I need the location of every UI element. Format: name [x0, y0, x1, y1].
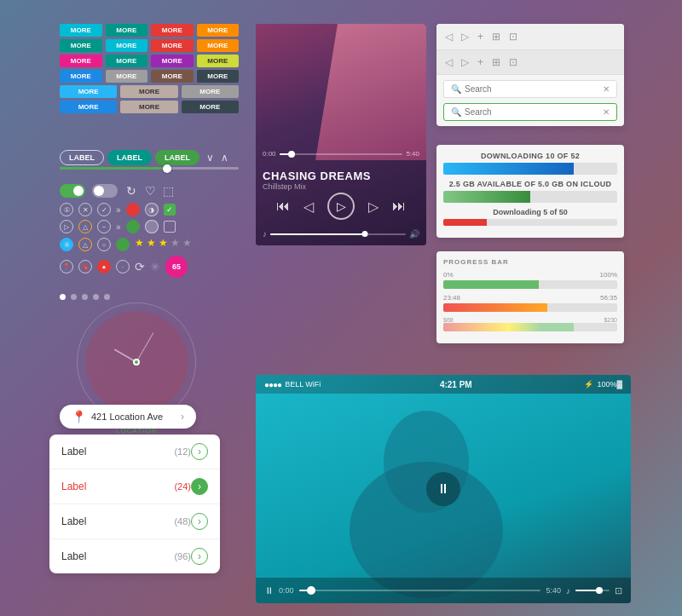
- dot-1[interactable]: [60, 294, 66, 300]
- checkbox-checked[interactable]: ✓: [164, 204, 176, 216]
- triangle-warn[interactable]: △: [78, 238, 92, 251]
- more-btn-4-2[interactable]: MORE: [106, 70, 148, 83]
- search-clear-1[interactable]: ✕: [603, 84, 610, 94]
- more-btn-3-3[interactable]: MORE: [151, 55, 194, 67]
- list-item-1-arrow[interactable]: ›: [191, 443, 208, 460]
- slider-track[interactable]: [60, 167, 239, 170]
- music-progress-track[interactable]: [280, 153, 403, 155]
- album-play-pause[interactable]: ⏸: [426, 472, 460, 506]
- more-btn-2-3[interactable]: MORE: [151, 39, 194, 52]
- play-button-browser[interactable]: ▷: [459, 29, 471, 44]
- circle-ring[interactable]: ○: [97, 238, 111, 251]
- refresh-icon[interactable]: ↻: [126, 184, 136, 198]
- album-vol-track[interactable]: [575, 590, 610, 591]
- more-btn-6-1[interactable]: MORE: [60, 101, 117, 113]
- misc-row: 📍 🔖 ● · ⟳ ✳ 65: [60, 256, 239, 278]
- dot-2[interactable]: [71, 294, 77, 300]
- next-button[interactable]: ⏭: [392, 199, 406, 214]
- list-item-2[interactable]: Label (24) ›: [49, 469, 220, 504]
- more-btn-6-2[interactable]: MORE: [120, 101, 177, 113]
- more-btn-1-2[interactable]: MORE: [106, 24, 148, 37]
- more-btn-2-4[interactable]: MORE: [197, 39, 240, 52]
- more-btn-4-4[interactable]: MORE: [197, 70, 240, 83]
- circle-blue[interactable]: ④: [60, 238, 73, 251]
- circle-check[interactable]: ✓: [97, 203, 111, 216]
- circle-filled[interactable]: [126, 203, 140, 216]
- more-btn-5-1[interactable]: MORE: [60, 85, 117, 98]
- more-btn-3-2[interactable]: MORE: [106, 55, 148, 67]
- more-btn-6-3[interactable]: MORE: [182, 101, 239, 113]
- list-item-3-count: (48): [174, 516, 191, 527]
- volume-track[interactable]: [270, 233, 406, 235]
- more-btn-2-2[interactable]: MORE: [106, 39, 148, 52]
- heart-icon[interactable]: ♡: [145, 184, 156, 198]
- circle-half[interactable]: ◑: [145, 203, 159, 216]
- dot-5[interactable]: [104, 294, 110, 300]
- more-btn-5-3[interactable]: MORE: [182, 85, 239, 98]
- browser-toolbar-1: ◁ ▷ + ⊞ ⊡: [436, 24, 624, 50]
- chat-icon[interactable]: ⬚: [163, 184, 174, 198]
- more-btn-3-4[interactable]: MORE: [197, 55, 240, 67]
- icons-section: ↻ ♡ ⬚ ① ✕ ✓ » ◑ ✓ ▷ △ − » ④ △ ○ ★ ★ ★ ★ …: [60, 184, 239, 283]
- circle-empty[interactable]: [145, 220, 159, 233]
- location-pin[interactable]: 📍 421 Location Ave ›: [60, 405, 196, 429]
- more-btn-1-4[interactable]: MORE: [197, 24, 240, 37]
- list-item-3[interactable]: Label (48) ›: [49, 504, 220, 539]
- circle-x[interactable]: ✕: [78, 203, 92, 216]
- album-pause-btn[interactable]: ⏸: [264, 585, 274, 596]
- toggle-off[interactable]: [92, 184, 118, 198]
- checkbox-unchecked[interactable]: [164, 221, 176, 233]
- play-button-2[interactable]: ▷: [459, 55, 471, 70]
- list-item-4-label: Label: [61, 550, 170, 562]
- album-progress-track[interactable]: [299, 590, 541, 591]
- prev-button[interactable]: ⏮: [276, 199, 290, 214]
- search-input-2[interactable]: [465, 107, 599, 117]
- play-button[interactable]: ▷: [327, 193, 355, 220]
- search-input-1[interactable]: [465, 84, 599, 94]
- tag-icon[interactable]: 🔖: [78, 260, 92, 273]
- button-row-3: MORE MORE MORE MORE: [60, 55, 239, 67]
- back-button[interactable]: ◁: [443, 29, 454, 44]
- search-clear-2[interactable]: ✕: [603, 107, 610, 117]
- list-item-3-arrow[interactable]: ›: [191, 513, 208, 530]
- circle-warn[interactable]: △: [78, 220, 92, 233]
- back-button-2[interactable]: ◁: [443, 55, 454, 70]
- circle-green[interactable]: [126, 220, 140, 233]
- progress-title: PROGRESS BAR: [443, 258, 617, 266]
- more-btn-3-1[interactable]: MORE: [60, 55, 102, 67]
- list-item-1[interactable]: Label (12) ›: [49, 435, 220, 469]
- circle-minus[interactable]: −: [97, 220, 111, 233]
- list-item-2-arrow[interactable]: ›: [191, 478, 208, 495]
- more-btn-4-1[interactable]: MORE: [60, 70, 102, 83]
- pin-icon[interactable]: 📍: [60, 260, 73, 273]
- more-btn-1-1[interactable]: MORE: [60, 24, 102, 37]
- album-expand-icon[interactable]: ⊡: [615, 585, 622, 596]
- toggle-on[interactable]: [60, 184, 85, 198]
- circle-green-2[interactable]: [116, 238, 130, 251]
- more-btn-5-2[interactable]: MORE: [120, 85, 177, 98]
- list-item-4[interactable]: Label (96) ›: [49, 539, 220, 573]
- circle-play[interactable]: ▷: [60, 220, 73, 233]
- slider-thumb[interactable]: [163, 164, 171, 173]
- share-button[interactable]: ⊡: [507, 29, 519, 44]
- book-button-2[interactable]: ⊞: [490, 55, 502, 70]
- dot-3[interactable]: [82, 294, 88, 300]
- rewind-button[interactable]: ◁: [303, 199, 314, 215]
- dot-4[interactable]: [93, 294, 99, 300]
- share-button-2[interactable]: ⊡: [507, 55, 519, 70]
- dot-icon[interactable]: ·: [116, 260, 130, 273]
- forward-button[interactable]: ▷: [368, 199, 379, 215]
- more-btn-2-1[interactable]: MORE: [60, 39, 102, 52]
- add-button-2[interactable]: +: [476, 55, 485, 70]
- list-item-4-arrow[interactable]: ›: [191, 548, 208, 565]
- pb-track-1: [443, 280, 617, 289]
- add-button[interactable]: +: [476, 29, 485, 44]
- circle-1[interactable]: ①: [60, 203, 73, 216]
- download-bar-3-wrap: Downloading 5 of 50: [443, 208, 617, 226]
- download-label-2: 2.5 GB AVAILABLE OF 5.0 GB ON ICLOUD: [443, 180, 617, 188]
- more-btn-4-3[interactable]: MORE: [151, 70, 194, 83]
- toggle-dot-off: [94, 186, 104, 196]
- record-icon[interactable]: ●: [97, 260, 111, 273]
- book-button[interactable]: ⊞: [490, 29, 502, 44]
- more-btn-1-3[interactable]: MORE: [151, 24, 194, 37]
